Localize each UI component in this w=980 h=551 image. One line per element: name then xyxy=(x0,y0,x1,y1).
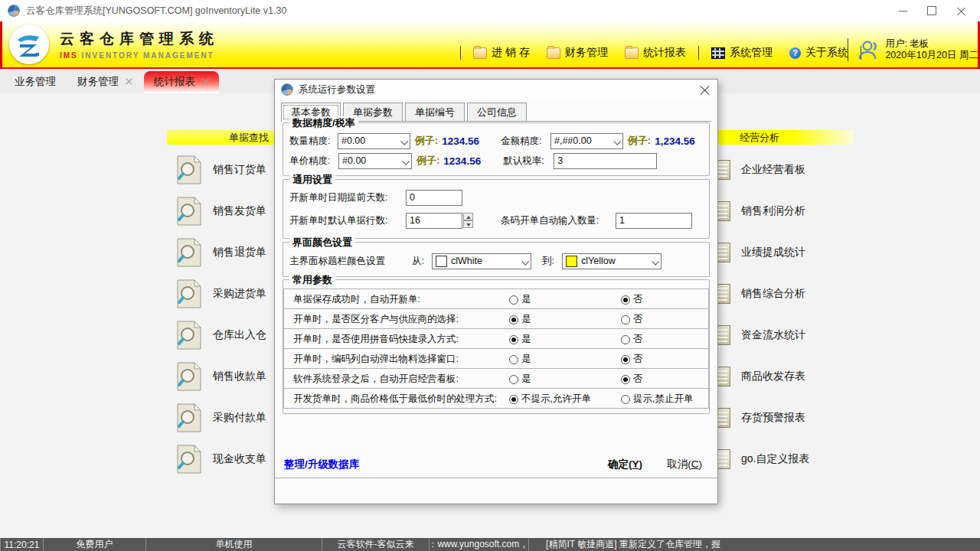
rows-stepper[interactable] xyxy=(463,213,473,228)
price-precision-select[interactable]: #0.00 xyxy=(338,153,412,169)
radio-icon[interactable] xyxy=(509,315,518,324)
step-up-icon[interactable] xyxy=(463,213,473,220)
list-item[interactable]: 企业经营看板 xyxy=(714,149,974,191)
color-from-select[interactable]: clWhite xyxy=(432,253,531,269)
menu-item-label: 财务管理 xyxy=(565,46,608,60)
list-item-label: 销售发货单 xyxy=(213,204,266,218)
amount-precision-select[interactable]: #,##0.00 xyxy=(550,133,623,149)
close-button[interactable] xyxy=(946,0,975,21)
radio-option[interactable]: 否 xyxy=(621,353,643,366)
status-cell: 免费用户 xyxy=(43,538,145,551)
chevron-down-icon xyxy=(521,257,529,265)
tax-rate-input[interactable] xyxy=(554,153,657,169)
qty-precision-select[interactable]: #0.00 xyxy=(338,133,410,149)
menu-item[interactable]: 进 销 存 xyxy=(460,46,538,60)
menu-item-label: 进 销 存 xyxy=(492,46,530,60)
param-label: 开发货单时，商品价格低于最低价时的处理方式: xyxy=(293,393,497,406)
tab-close-icon[interactable] xyxy=(126,78,132,85)
list-item[interactable]: 仓库出入仓 xyxy=(176,315,287,356)
radio-icon[interactable] xyxy=(621,335,630,344)
radio-option[interactable]: 否 xyxy=(621,313,643,326)
color-group: 界面颜色设置 主界面标题栏颜色设置 从: clWhite 到: clYellow xyxy=(283,242,710,277)
radio-icon[interactable] xyxy=(621,295,630,305)
maximize-button[interactable] xyxy=(917,0,946,21)
minimize-button[interactable] xyxy=(888,0,917,21)
radio-icon[interactable] xyxy=(621,355,630,364)
menu-item[interactable]: 统计报表 xyxy=(616,46,699,60)
list-item[interactable]: 销售发货单 xyxy=(176,191,287,232)
document-tab[interactable]: 统计报表 xyxy=(144,71,219,93)
barcode-qty-input[interactable] xyxy=(616,213,692,229)
list-item[interactable]: go.自定义报表 xyxy=(714,439,974,480)
list-item[interactable]: 存货预警报表 xyxy=(714,397,974,439)
dialog-tab-label: 单据编号 xyxy=(415,106,455,118)
dialog-close-icon[interactable] xyxy=(700,85,710,95)
radio-icon[interactable] xyxy=(621,375,630,384)
doc-search-icon xyxy=(176,444,202,474)
step-down-icon[interactable] xyxy=(463,220,473,228)
upgrade-database-link[interactable]: 整理/升级数据库 xyxy=(284,458,359,471)
radio-icon[interactable] xyxy=(509,295,518,305)
list-item[interactable]: 销售利润分析 xyxy=(714,191,974,232)
radio-option[interactable]: 是 xyxy=(509,293,531,306)
radio-option[interactable]: 是 xyxy=(509,313,531,326)
status-cell: 云客软件-客似云来 xyxy=(322,538,429,551)
default-rows-input[interactable] xyxy=(406,213,462,229)
list-item[interactable]: 现金收支单 xyxy=(176,439,287,480)
list-item[interactable]: 销售订货单 xyxy=(176,149,287,191)
list-item[interactable]: 销售综合分析 xyxy=(714,273,974,315)
radio-icon[interactable] xyxy=(509,355,518,364)
document-tab[interactable]: 财务管理 xyxy=(67,71,142,93)
radio-icon[interactable] xyxy=(621,395,630,404)
right-section-band: 经营分析 xyxy=(718,130,853,145)
radio-icon[interactable] xyxy=(621,315,630,324)
list-item[interactable]: 采购进货单 xyxy=(176,273,287,315)
radio-icon[interactable] xyxy=(509,395,518,404)
param-label: 开单时，是否区分客户与供应商的选择: xyxy=(293,313,459,326)
dialog-title: 系统运行参数设置 xyxy=(299,83,375,96)
list-item-label: 企业经营看板 xyxy=(741,163,805,177)
list-item[interactable]: 商品收发存表 xyxy=(714,356,974,397)
list-item[interactable]: 业绩提成统计 xyxy=(714,232,974,273)
list-item[interactable]: 销售退货单 xyxy=(176,232,287,273)
menu-item[interactable]: 财务管理 xyxy=(538,46,616,60)
doc-search-icon xyxy=(176,279,202,309)
radio-option[interactable]: 不提示,允许开单 xyxy=(509,393,591,406)
list-item-label: 商品收发存表 xyxy=(741,370,805,383)
color-to-select[interactable]: clYellow xyxy=(562,253,662,269)
radio-option[interactable]: 否 xyxy=(621,333,643,346)
close-icon xyxy=(957,7,965,15)
tab-close-icon[interactable] xyxy=(202,78,209,85)
example-label: 例子: xyxy=(416,154,439,168)
dialog-tab[interactable]: 单据编号 xyxy=(405,103,465,121)
radio-option[interactable]: 是 xyxy=(509,333,531,346)
cancel-button[interactable]: 取消(C) xyxy=(667,458,702,471)
dialog-icon xyxy=(281,83,293,96)
os-titlebar: 云客仓库管理系统[YUNGOSOFT.COM] goInventoryLite … xyxy=(0,0,980,21)
menu-item[interactable]: 系统管理 xyxy=(703,46,781,60)
document-tab[interactable]: 业务管理 xyxy=(5,71,66,93)
param-label: 开单时，是否使用拼音码快捷录入方式: xyxy=(293,333,459,346)
dialog-tab[interactable]: 公司信息 xyxy=(467,103,527,121)
list-item[interactable]: 资金流水统计 xyxy=(714,315,974,356)
group-title: 通用设置 xyxy=(289,173,335,187)
list-item[interactable]: 销售收款单 xyxy=(176,356,287,397)
list-item[interactable]: 采购付款单 xyxy=(176,397,287,439)
ok-button[interactable]: 确定(Y) xyxy=(608,458,642,471)
list-item-label: 采购付款单 xyxy=(213,411,266,425)
radio-option[interactable]: 是 xyxy=(509,353,531,366)
radio-icon[interactable] xyxy=(509,375,518,384)
radio-option[interactable]: 否 xyxy=(621,373,643,386)
param-label: 单据保存成功时，自动开新单: xyxy=(293,293,420,306)
brand-ims: IMS xyxy=(60,51,78,60)
radio-option[interactable]: 是 xyxy=(509,373,531,386)
example-label: 例子: xyxy=(415,134,438,148)
left-band-label: 单据查找 xyxy=(229,131,269,145)
menu-item-label: 系统管理 xyxy=(730,46,773,60)
user-icon xyxy=(858,39,880,60)
color-swatch xyxy=(436,256,447,267)
radio-icon[interactable] xyxy=(509,335,518,344)
radio-option[interactable]: 提示,禁止开单 xyxy=(621,393,693,406)
radio-option[interactable]: 否 xyxy=(621,293,643,306)
advance-days-input[interactable] xyxy=(406,190,462,206)
